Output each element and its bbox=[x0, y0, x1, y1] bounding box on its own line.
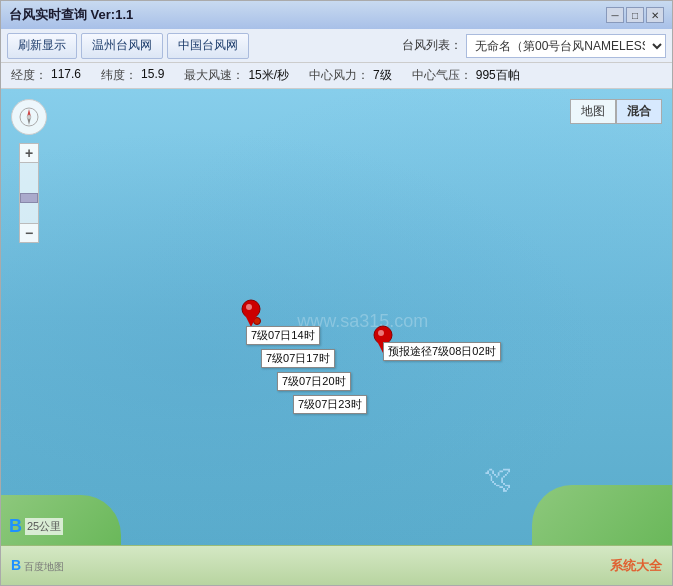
map-label-3: 预报途径7级08日02时 bbox=[383, 342, 501, 361]
window-controls: ─ □ ✕ bbox=[606, 7, 664, 23]
pressure-label: 中心气压： bbox=[412, 67, 472, 84]
window-title: 台风实时查询 Ver:1.1 bbox=[9, 6, 133, 24]
dove-icon: 🕊 bbox=[484, 462, 512, 495]
map-type-map[interactable]: 地图 bbox=[570, 99, 616, 124]
map-label-4: 7级07日20时 bbox=[277, 372, 351, 391]
close-button[interactable]: ✕ bbox=[646, 7, 664, 23]
zoom-slider[interactable] bbox=[19, 163, 39, 223]
info-bar: 经度： 117.6 纬度： 15.9 最大风速： 15米/秒 中心风力： 7级 … bbox=[1, 63, 672, 89]
pressure-value: 995百帕 bbox=[476, 67, 520, 84]
max-wind-value: 15米/秒 bbox=[248, 67, 289, 84]
zoom-in-button[interactable]: + bbox=[19, 143, 39, 163]
scale-distance: 25公里 bbox=[25, 518, 63, 535]
typhoon-select[interactable]: 无命名（第00号台风NAMELESS） bbox=[466, 34, 666, 58]
max-wind-label: 最大风速： bbox=[184, 67, 244, 84]
bottom-left-logo: B 百度地图 bbox=[11, 557, 64, 574]
map-background bbox=[1, 89, 672, 545]
typhoon-list-label: 台风列表： bbox=[402, 37, 462, 54]
wind-force-item: 中心风力： 7级 bbox=[309, 67, 392, 84]
refresh-button[interactable]: 刷新显示 bbox=[7, 33, 77, 59]
minimize-button[interactable]: ─ bbox=[606, 7, 624, 23]
baidu-logo-b: B bbox=[9, 516, 22, 537]
longitude-value: 117.6 bbox=[51, 67, 81, 84]
map-container[interactable]: www.sa315.com 🕊 bbox=[1, 89, 672, 545]
map-label-5: 7级07日23时 bbox=[293, 395, 367, 414]
longitude-label: 经度： bbox=[11, 67, 47, 84]
zoom-out-button[interactable]: − bbox=[19, 223, 39, 243]
scale-logo-area: B 25公里 bbox=[9, 516, 63, 537]
max-wind-item: 最大风速： 15米/秒 bbox=[184, 67, 289, 84]
bottom-bar: B 百度地图 系统大全 bbox=[1, 545, 672, 585]
maximize-button[interactable]: □ bbox=[626, 7, 644, 23]
svg-point-6 bbox=[246, 304, 252, 310]
wind-force-label: 中心风力： bbox=[309, 67, 369, 84]
svg-point-9 bbox=[378, 330, 384, 336]
map-label-2: 7级07日17时 bbox=[261, 349, 335, 368]
pressure-item: 中心气压： 995百帕 bbox=[412, 67, 520, 84]
wind-force-value: 7级 bbox=[373, 67, 392, 84]
zoom-controls: + − bbox=[19, 143, 39, 243]
land-right bbox=[532, 485, 672, 545]
longitude-item: 经度： 117.6 bbox=[11, 67, 81, 84]
brand-logo: 系统大全 bbox=[610, 557, 662, 575]
scale-bar: B 25公里 bbox=[9, 516, 63, 537]
compass-button[interactable] bbox=[11, 99, 47, 135]
latitude-label: 纬度： bbox=[101, 67, 137, 84]
bottom-right-area: 系统大全 bbox=[610, 557, 662, 575]
title-bar: 台风实时查询 Ver:1.1 ─ □ ✕ bbox=[1, 1, 672, 29]
wenzhou-button[interactable]: 温州台风网 bbox=[81, 33, 163, 59]
zoom-slider-thumb[interactable] bbox=[20, 193, 38, 203]
latitude-value: 15.9 bbox=[141, 67, 164, 84]
map-type-buttons: 地图 混合 bbox=[570, 99, 662, 124]
map-label-1: 7级07日14时 bbox=[246, 326, 320, 345]
map-controls: + − bbox=[11, 99, 47, 243]
map-type-hybrid[interactable]: 混合 bbox=[616, 99, 662, 124]
svg-point-13 bbox=[27, 115, 31, 119]
toolbar: 刷新显示 温州台风网 中国台风网 台风列表： 无命名（第00号台风NAMELES… bbox=[1, 29, 672, 63]
main-window: 台风实时查询 Ver:1.1 ─ □ ✕ 刷新显示 温州台风网 中国台风网 台风… bbox=[0, 0, 673, 586]
latitude-item: 纬度： 15.9 bbox=[101, 67, 164, 84]
china-button[interactable]: 中国台风网 bbox=[167, 33, 249, 59]
